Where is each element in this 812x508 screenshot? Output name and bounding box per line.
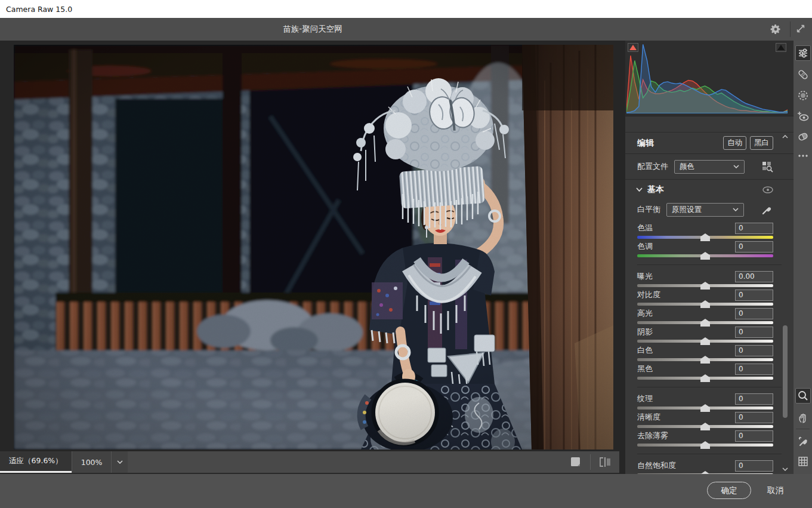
slider-value-field[interactable]: 0.00 xyxy=(735,271,773,282)
ok-button[interactable]: 确定 xyxy=(707,482,751,499)
slider-value-field[interactable]: 0 xyxy=(735,345,773,356)
slider-track[interactable] xyxy=(637,377,773,380)
edit-sliders-icon[interactable] xyxy=(795,45,811,61)
slider-track[interactable] xyxy=(637,358,773,361)
slider-row-6: 白色 0 xyxy=(637,344,773,363)
slider-label: 纹理 xyxy=(637,393,653,404)
highlight-clipping-icon xyxy=(777,45,785,50)
more-options-icon[interactable] xyxy=(795,148,811,164)
black-white-button[interactable]: 黑白 xyxy=(750,136,773,150)
chevron-down-icon xyxy=(733,165,739,168)
slider-track[interactable] xyxy=(637,321,773,324)
slider-label: 对比度 xyxy=(637,290,660,300)
hand-icon[interactable] xyxy=(795,410,811,426)
scroll-up-icon[interactable] xyxy=(780,133,790,141)
slider-value-field[interactable]: 0 xyxy=(735,393,773,405)
slider-value-field[interactable]: 0 xyxy=(735,241,773,253)
panel-spacer xyxy=(625,116,794,133)
slider-row-11: 自然饱和度 0 xyxy=(637,460,773,475)
white-balance-picker-icon[interactable] xyxy=(795,433,811,449)
auto-button[interactable]: 自动 xyxy=(723,136,746,150)
camera-raw-dialog: Camera Raw 15.0 苗族-聚问天空网 xyxy=(0,0,812,508)
grid-overlay-icon[interactable] xyxy=(795,454,811,469)
section-divider xyxy=(637,387,782,387)
scroll-down-icon[interactable] xyxy=(780,465,790,473)
photo-illustration xyxy=(14,45,613,449)
histogram[interactable] xyxy=(625,41,794,116)
healing-icon[interactable] xyxy=(795,67,811,82)
edit-header-row: 编辑 自动 黑白 xyxy=(625,133,794,154)
slider-track[interactable] xyxy=(637,236,773,239)
slider-label: 色温 xyxy=(637,223,653,233)
white-balance-select[interactable]: 原照设置 xyxy=(666,203,744,217)
settings-gear-icon[interactable] xyxy=(770,23,782,35)
masking-icon[interactable] xyxy=(795,88,811,103)
slider-label: 曝光 xyxy=(637,271,653,282)
profile-row: 配置文件 颜色 xyxy=(625,154,794,180)
slider-value-field[interactable]: 0 xyxy=(735,430,773,442)
slider-value-field[interactable]: 0 xyxy=(735,327,773,338)
shadow-clipping-icon xyxy=(629,45,637,50)
before-after-view-icon[interactable] xyxy=(598,455,612,469)
slider-label: 色调 xyxy=(637,241,653,252)
slider-thumb[interactable] xyxy=(700,374,710,382)
basic-sliders: 色温 0 色调 0 曝光 0.00 对比度 0 高光 xyxy=(625,220,794,475)
section-visibility-eye-icon[interactable] xyxy=(762,186,773,193)
slider-track[interactable] xyxy=(637,254,773,257)
tools-rail xyxy=(794,41,812,475)
zoom-icon[interactable] xyxy=(795,388,811,404)
zoom-level-value[interactable]: 100% xyxy=(72,451,112,473)
slider-label: 清晰度 xyxy=(637,412,660,423)
basic-section-header[interactable]: 基本 xyxy=(625,180,794,199)
slider-label: 黑色 xyxy=(637,364,653,374)
slider-track[interactable] xyxy=(637,284,773,287)
shadow-clipping-toggle[interactable] xyxy=(628,43,638,52)
red-eye-icon[interactable] xyxy=(795,109,811,124)
slider-label: 自然饱和度 xyxy=(637,460,676,471)
cancel-button[interactable]: 取消 xyxy=(762,482,788,499)
slider-track[interactable] xyxy=(637,425,773,428)
slider-value-field[interactable]: 0 xyxy=(735,290,773,301)
slider-value-field[interactable]: 0 xyxy=(735,223,773,234)
slider-track[interactable] xyxy=(637,444,773,447)
document-header: 苗族-聚问天空网 xyxy=(0,18,812,41)
slider-track[interactable] xyxy=(637,303,773,306)
presets-icon[interactable] xyxy=(795,129,811,144)
slider-track[interactable] xyxy=(637,407,773,410)
profile-label: 配置文件 xyxy=(637,161,668,172)
highlight-clipping-toggle[interactable] xyxy=(776,43,786,52)
slider-row-9: 清晰度 0 xyxy=(637,411,773,430)
slider-value-field[interactable]: 0 xyxy=(735,364,773,375)
toggle-fullscreen-icon[interactable] xyxy=(795,23,807,35)
zoom-toolbar: 适应（69.6%） 100% xyxy=(0,451,619,473)
white-balance-row: 白平衡 原照设置 xyxy=(625,199,794,220)
image-canvas xyxy=(0,41,619,451)
panel-scrollbar[interactable] xyxy=(780,133,790,473)
zoom-level-dropdown[interactable] xyxy=(111,451,128,473)
slider-thumb[interactable] xyxy=(700,252,710,260)
edit-title: 编辑 xyxy=(637,138,654,149)
zoom-fit-tab[interactable]: 适应（69.6%） xyxy=(0,451,72,473)
slider-value-field[interactable]: 0 xyxy=(735,460,773,472)
slider-value-field[interactable]: 0 xyxy=(735,308,773,319)
slider-row-4: 高光 0 xyxy=(637,307,773,326)
profile-browser-icon[interactable] xyxy=(761,161,773,173)
slider-track[interactable] xyxy=(637,340,773,343)
window-titlebar: Camera Raw 15.0 xyxy=(0,0,812,18)
chevron-down-icon xyxy=(733,208,739,211)
slider-value-field[interactable]: 0 xyxy=(735,412,773,423)
slider-label: 白色 xyxy=(637,345,653,356)
preview-toggle-icon[interactable] xyxy=(569,455,583,469)
document-title: 苗族-聚问天空网 xyxy=(0,18,625,41)
chevron-down-icon xyxy=(117,460,123,464)
edit-panel: 编辑 自动 黑白 配置文件 颜色 基本 白平衡 原照设置 xyxy=(625,41,794,475)
window-title: Camera Raw 15.0 xyxy=(6,5,72,14)
profile-select[interactable]: 颜色 xyxy=(674,160,745,174)
slider-row-8: 纹理 0 xyxy=(637,393,773,411)
photo-preview[interactable] xyxy=(14,45,613,449)
slider-thumb[interactable] xyxy=(700,441,710,449)
section-divider xyxy=(637,264,782,265)
scrollbar-thumb[interactable] xyxy=(783,325,788,418)
slider-label: 阴影 xyxy=(637,327,653,337)
white-balance-eyedropper-icon[interactable] xyxy=(761,204,773,215)
